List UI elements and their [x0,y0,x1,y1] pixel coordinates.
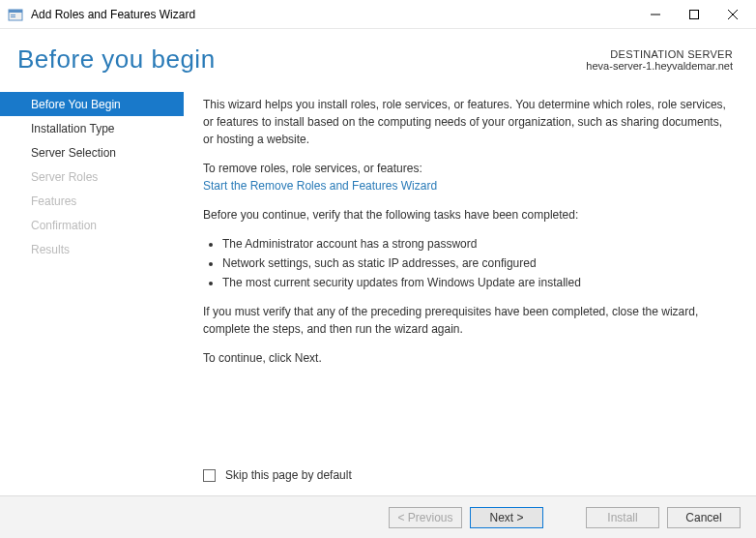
remove-wizard-link[interactable]: Start the Remove Roles and Features Wiza… [203,179,437,193]
sidebar-item-confirmation: Confirmation [0,213,184,237]
close-button[interactable] [713,1,752,28]
sidebar-item-server-selection[interactable]: Server Selection [0,140,184,164]
skip-label: Skip this page by default [225,468,352,482]
remove-section: To remove roles, role services, or featu… [203,160,733,194]
sidebar-item-before-you-begin[interactable]: Before You Begin [0,92,184,116]
sidebar: Before You BeginInstallation TypeServer … [0,92,184,461]
continue-text: To continue, click Next. [203,349,733,367]
content-pane: This wizard helps you install roles, rol… [184,92,756,461]
skip-row: Skip this page by default [0,461,756,495]
sidebar-item-installation-type[interactable]: Installation Type [0,116,184,140]
header: Before you begin DESTINATION SERVER heva… [0,29,756,92]
titlebar: Add Roles and Features Wizard [0,0,756,29]
must-verify-text: If you must verify that any of the prece… [203,303,733,338]
skip-checkbox[interactable] [203,469,216,482]
sidebar-item-results: Results [0,237,184,261]
previous-button[interactable]: < Previous [389,507,462,528]
wizard-icon [8,7,23,22]
cancel-button[interactable]: Cancel [667,507,741,528]
minimize-button[interactable] [636,1,675,28]
prerequisite-list: The Administrator account has a strong p… [203,235,733,291]
main: Before You BeginInstallation TypeServer … [0,92,756,461]
remove-label: To remove roles, role services, or featu… [203,162,422,175]
svg-rect-1 [9,10,22,13]
next-button[interactable]: Next > [470,507,543,528]
intro-text: This wizard helps you install roles, rol… [203,96,733,148]
prerequisite-item: Network settings, such as static IP addr… [222,254,733,272]
destination-info: DESTINATION SERVER heva-server-1.heyvald… [586,45,733,72]
sidebar-item-features: Features [0,189,184,213]
prerequisite-item: The most current security updates from W… [222,274,733,291]
install-button[interactable]: Install [586,507,659,528]
prerequisite-item: The Administrator account has a strong p… [222,235,733,253]
svg-rect-3 [11,16,15,17]
destination-label: DESTINATION SERVER [586,48,733,60]
maximize-button[interactable] [675,1,713,28]
page-title: Before you begin [17,45,586,75]
destination-server: heva-server-1.heyvaldemar.net [586,60,733,72]
svg-rect-2 [11,15,15,15]
verify-lead: Before you continue, verify that the fol… [203,206,733,224]
window-title: Add Roles and Features Wizard [31,8,636,21]
sidebar-item-server-roles: Server Roles [0,164,184,189]
footer: < Previous Next > Install Cancel [0,495,756,538]
window-controls [636,1,752,28]
svg-rect-5 [690,10,699,18]
